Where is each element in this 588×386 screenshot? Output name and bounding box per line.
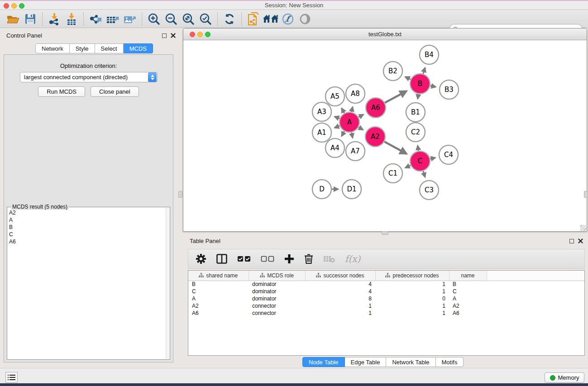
table-cell[interactable]: dominator <box>249 288 305 295</box>
vertical-splitter-grip-right[interactable] <box>584 191 588 198</box>
mcds-result-item[interactable]: B <box>8 224 165 231</box>
node-A6[interactable]: A6 <box>366 98 386 118</box>
node-D1[interactable]: D1 <box>342 180 361 199</box>
table-mode-button[interactable] <box>196 253 206 264</box>
table-cell[interactable]: dominator <box>249 295 305 302</box>
export-table-button[interactable] <box>104 11 121 27</box>
vertical-splitter-grip[interactable] <box>178 191 182 198</box>
edge-A2-C[interactable] <box>384 142 406 154</box>
table-cell[interactable]: 1 <box>305 302 375 310</box>
tab-mcds[interactable]: MCDS <box>124 43 153 53</box>
zoom-in-button[interactable] <box>145 11 163 27</box>
home-button[interactable] <box>262 11 279 27</box>
minimize-window-button[interactable] <box>11 3 17 9</box>
tab-motifs[interactable]: Motifs <box>436 357 464 367</box>
network-minimize-button[interactable] <box>197 32 203 37</box>
node-A3[interactable]: A3 <box>312 102 331 121</box>
table-cell[interactable]: 4 <box>305 281 375 288</box>
table-row[interactable]: Adominator80A <box>188 295 584 302</box>
table-cell[interactable]: 1 <box>375 281 449 288</box>
table-cell[interactable]: 1 <box>305 310 375 317</box>
network-close-button[interactable] <box>190 32 195 37</box>
table-cell[interactable]: C <box>449 288 487 295</box>
result-scrollbar[interactable] <box>166 208 169 359</box>
network-zoom-button[interactable] <box>205 32 210 37</box>
edge-B-B3[interactable] <box>430 86 436 87</box>
edge-A-A5[interactable] <box>342 108 344 113</box>
column-header-predecessor-nodes[interactable]: predecessor nodes <box>375 271 449 281</box>
network-window-titlebar[interactable]: testGlobe.txt <box>183 29 587 40</box>
run-mcds-button[interactable]: Run MCDS <box>38 86 85 97</box>
delete-table-button[interactable] <box>323 255 335 263</box>
criterion-dropdown[interactable]: largest connected component (directed) <box>20 72 158 82</box>
hide-graphics-details-button[interactable]: f <box>279 11 296 27</box>
show-task-history-button[interactable] <box>5 372 18 383</box>
edge-B-B4[interactable] <box>423 68 425 74</box>
node-B2[interactable]: B2 <box>383 62 402 81</box>
network-canvas[interactable]: B4B2BB3A5A8A6B1A3AC2A1A2A4A7C4CC1C3DD1 <box>183 40 587 231</box>
edge-A-A8[interactable] <box>352 107 353 112</box>
table-cell[interactable]: connector <box>249 310 305 317</box>
window-resize-grip[interactable] <box>580 225 586 231</box>
mcds-result-item[interactable]: A2 <box>8 209 165 216</box>
export-image-button[interactable] <box>121 11 139 27</box>
table-cell[interactable]: C <box>188 288 249 295</box>
table-cell[interactable]: 1 <box>375 302 449 310</box>
select-all-columns-button[interactable] <box>237 256 251 262</box>
edge-A-A2[interactable] <box>359 127 363 130</box>
tab-network[interactable]: Network <box>35 43 70 53</box>
edge-A6-B[interactable] <box>385 91 406 103</box>
close-panel-icon[interactable] <box>171 33 176 38</box>
cyndex-button[interactable] <box>245 11 262 27</box>
node-A5[interactable]: A5 <box>325 87 344 106</box>
node-C2[interactable]: C2 <box>406 123 425 142</box>
save-session-button[interactable] <box>22 11 39 27</box>
mcds-result-item[interactable]: A <box>8 216 165 224</box>
table-cell[interactable]: A6 <box>449 310 487 317</box>
zoom-fit-button[interactable] <box>180 11 197 27</box>
column-header-shared-name[interactable]: shared name <box>188 271 249 281</box>
node-A2[interactable]: A2 <box>365 127 385 147</box>
edge-A-A1[interactable] <box>335 126 339 128</box>
table-cell[interactable]: connector <box>249 302 305 310</box>
refresh-button[interactable] <box>221 11 238 27</box>
close-panel-button[interactable]: Close panel <box>91 86 139 97</box>
tab-style[interactable]: Style <box>70 43 95 53</box>
column-header-successor-nodes[interactable]: successor nodes <box>305 271 375 281</box>
table-row[interactable]: Bdominator41B <box>188 281 584 288</box>
node-B3[interactable]: B3 <box>440 80 459 99</box>
table-row[interactable]: A6connector11A6 <box>188 310 584 317</box>
node-C[interactable]: C <box>410 151 430 171</box>
horizontal-splitter-grip[interactable] <box>382 231 388 235</box>
show-hide-panel-button[interactable] <box>296 11 314 27</box>
table-cell[interactable]: A <box>449 295 487 302</box>
edge-C-C3[interactable] <box>423 171 425 177</box>
edge-A-A7[interactable] <box>352 133 353 138</box>
table-cell[interactable]: 0 <box>375 295 449 302</box>
edge-A-A3[interactable] <box>335 117 339 119</box>
table-cell[interactable]: 4 <box>305 288 375 295</box>
edge-A-A4[interactable] <box>342 131 344 136</box>
table-cell[interactable]: 8 <box>305 295 375 302</box>
node-A1[interactable]: A1 <box>312 123 331 142</box>
tab-node-table[interactable]: Node Table <box>302 357 345 367</box>
create-column-button[interactable] <box>284 254 294 264</box>
table-cell[interactable]: A2 <box>188 302 249 310</box>
node-A7[interactable]: A7 <box>346 142 365 161</box>
table-cell[interactable]: A2 <box>449 302 487 310</box>
zoom-window-button[interactable] <box>19 3 24 9</box>
float-table-panel-icon[interactable] <box>569 239 574 243</box>
table-cell[interactable]: A6 <box>188 310 249 317</box>
mcds-result-item[interactable]: A6 <box>8 238 165 245</box>
edge-B-B1[interactable] <box>418 94 419 99</box>
node-C4[interactable]: C4 <box>439 145 458 164</box>
tab-edge-table[interactable]: Edge Table <box>345 357 387 367</box>
export-network-button[interactable] <box>87 11 104 27</box>
node-C3[interactable]: C3 <box>420 181 439 200</box>
table-cell[interactable]: 1 <box>375 288 449 295</box>
memory-button[interactable]: Memory <box>545 372 584 383</box>
show-column-button[interactable] <box>216 254 227 264</box>
float-panel-icon[interactable] <box>162 33 167 38</box>
edge-C-C4[interactable] <box>430 158 435 159</box>
table-row[interactable]: Cdominator41C <box>188 288 584 295</box>
